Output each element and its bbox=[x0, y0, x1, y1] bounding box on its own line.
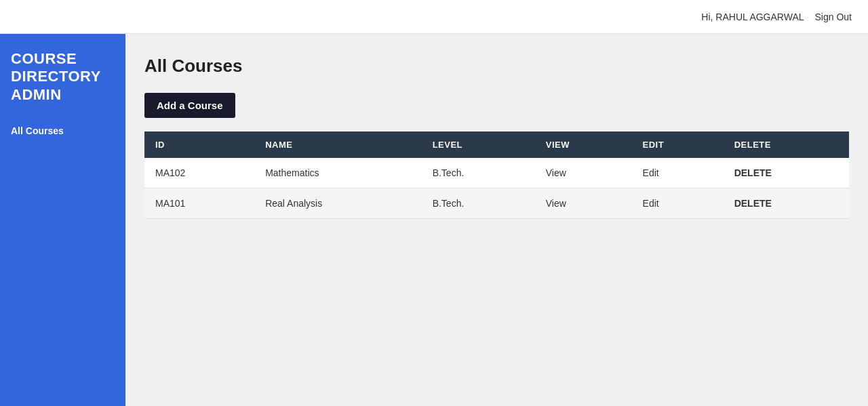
table-header: ID NAME LEVEL VIEW EDIT DELETE bbox=[144, 131, 849, 158]
edit-link[interactable]: Edit bbox=[643, 198, 659, 209]
table-row: MA102MathematicsB.Tech.ViewEditDELETE bbox=[144, 158, 849, 188]
cell-level: B.Tech. bbox=[422, 158, 535, 188]
edit-link[interactable]: Edit bbox=[643, 167, 659, 178]
cell-edit[interactable]: Edit bbox=[632, 188, 724, 219]
col-header-edit: EDIT bbox=[632, 131, 724, 158]
cell-view[interactable]: View bbox=[535, 158, 632, 188]
sidebar-title: COURSE DIRECTORY ADMIN bbox=[11, 50, 115, 104]
cell-name: Mathematics bbox=[254, 158, 421, 188]
view-link[interactable]: View bbox=[546, 167, 566, 178]
sign-out-link[interactable]: Sign Out bbox=[815, 12, 852, 22]
courses-table: ID NAME LEVEL VIEW EDIT DELETE MA102Math… bbox=[144, 131, 849, 219]
main-content: All Courses Add a Course ID NAME LEVEL V… bbox=[125, 34, 868, 406]
table-row: MA101Real AnalysisB.Tech.ViewEditDELETE bbox=[144, 188, 849, 219]
user-greeting: Hi, RAHUL AGGARWAL bbox=[701, 12, 804, 22]
cell-view[interactable]: View bbox=[535, 188, 632, 219]
table-body: MA102MathematicsB.Tech.ViewEditDELETEMA1… bbox=[144, 158, 849, 219]
view-link[interactable]: View bbox=[546, 198, 566, 209]
col-header-level: LEVEL bbox=[422, 131, 535, 158]
layout: COURSE DIRECTORY ADMIN All Courses All C… bbox=[0, 34, 868, 406]
col-header-name: NAME bbox=[254, 131, 421, 158]
col-header-view: VIEW bbox=[535, 131, 632, 158]
cell-edit[interactable]: Edit bbox=[632, 158, 724, 188]
sidebar: COURSE DIRECTORY ADMIN All Courses bbox=[0, 34, 125, 406]
page-title: All Courses bbox=[144, 56, 849, 77]
sidebar-item-all-courses[interactable]: All Courses bbox=[11, 123, 115, 139]
cell-id: MA102 bbox=[144, 158, 254, 188]
add-course-button[interactable]: Add a Course bbox=[144, 93, 235, 118]
top-bar: Hi, RAHUL AGGARWAL Sign Out bbox=[0, 0, 868, 34]
col-header-delete: DELETE bbox=[724, 131, 849, 158]
cell-id: MA101 bbox=[144, 188, 254, 219]
delete-link[interactable]: DELETE bbox=[734, 198, 772, 209]
delete-link[interactable]: DELETE bbox=[734, 167, 772, 178]
col-header-id: ID bbox=[144, 131, 254, 158]
cell-delete[interactable]: DELETE bbox=[724, 188, 849, 219]
cell-delete[interactable]: DELETE bbox=[724, 158, 849, 188]
cell-level: B.Tech. bbox=[422, 188, 535, 219]
cell-name: Real Analysis bbox=[254, 188, 421, 219]
